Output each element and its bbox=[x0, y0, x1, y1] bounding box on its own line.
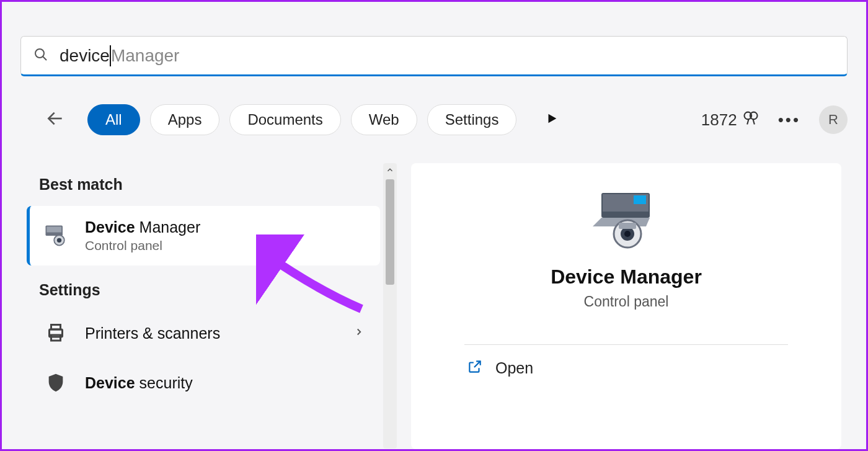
open-external-icon bbox=[467, 359, 483, 377]
scroll-thumb[interactable] bbox=[386, 179, 394, 285]
settings-item-label: Printers & scanners bbox=[85, 324, 220, 342]
svg-rect-7 bbox=[46, 226, 61, 232]
filter-tab-web[interactable]: Web bbox=[351, 104, 417, 135]
search-typed-text: device bbox=[60, 46, 110, 66]
rewards-medal-icon bbox=[742, 109, 760, 131]
svg-line-21 bbox=[474, 361, 480, 367]
svg-point-9 bbox=[57, 238, 61, 243]
open-label: Open bbox=[495, 359, 533, 377]
rewards-points[interactable]: 1872 bbox=[701, 109, 760, 131]
shield-icon bbox=[42, 369, 69, 396]
detail-device-manager-icon bbox=[589, 188, 663, 250]
detail-panel: Device Manager Control panel Open bbox=[411, 163, 841, 449]
device-manager-icon bbox=[42, 222, 69, 249]
settings-section-header: Settings bbox=[27, 269, 380, 308]
result-subtitle: Control panel bbox=[85, 238, 200, 253]
printer-icon bbox=[42, 319, 69, 347]
search-icon bbox=[33, 47, 48, 65]
more-filters-arrow-icon[interactable] bbox=[545, 112, 559, 128]
settings-item-device-security[interactable]: Device security bbox=[27, 358, 380, 408]
scroll-up-button[interactable] bbox=[383, 163, 397, 177]
svg-marker-3 bbox=[549, 114, 557, 123]
result-title: Device Manager bbox=[85, 218, 200, 236]
results-panel: Best match Device Manager Control panel … bbox=[27, 163, 380, 449]
search-input[interactable]: device Manager bbox=[60, 45, 179, 66]
svg-rect-20 bbox=[619, 223, 636, 229]
settings-item-printers-scanners[interactable]: Printers & scanners bbox=[27, 308, 380, 358]
svg-rect-15 bbox=[634, 195, 646, 204]
svg-line-1 bbox=[43, 56, 46, 60]
filter-tab-documents[interactable]: Documents bbox=[229, 104, 340, 135]
result-item-device-manager[interactable]: Device Manager Control panel bbox=[27, 206, 380, 266]
profile-avatar[interactable]: R bbox=[819, 105, 848, 134]
more-options-button[interactable]: ••• bbox=[778, 110, 800, 130]
back-arrow-icon[interactable] bbox=[45, 109, 65, 131]
svg-rect-11 bbox=[51, 325, 61, 330]
svg-point-0 bbox=[35, 49, 44, 58]
chevron-right-icon bbox=[353, 325, 365, 341]
settings-item-label: Device security bbox=[85, 374, 193, 392]
filter-row: All Apps Documents Web Settings 1872 •••… bbox=[45, 101, 848, 138]
search-bar[interactable]: device Manager bbox=[20, 36, 848, 76]
results-scrollbar[interactable] bbox=[383, 163, 397, 449]
best-match-header: Best match bbox=[27, 163, 380, 203]
filter-tab-apps[interactable]: Apps bbox=[150, 104, 220, 135]
detail-title: Device Manager bbox=[551, 266, 702, 288]
filter-tab-settings[interactable]: Settings bbox=[427, 104, 517, 135]
rewards-points-value: 1872 bbox=[701, 110, 737, 130]
svg-point-19 bbox=[624, 231, 631, 237]
detail-subtitle: Control panel bbox=[584, 293, 669, 310]
filter-tab-all[interactable]: All bbox=[87, 104, 140, 135]
search-suggestion-text: Manager bbox=[111, 46, 180, 66]
open-action[interactable]: Open bbox=[467, 359, 533, 377]
divider bbox=[464, 344, 788, 345]
